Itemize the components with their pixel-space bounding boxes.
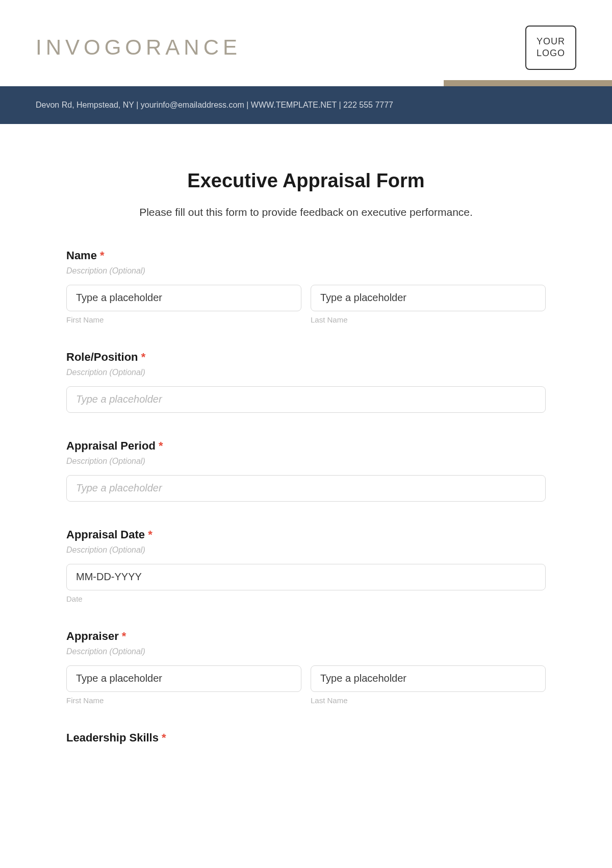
field-appraiser: Appraiser * Description (Optional) First… [66,630,546,705]
appraiser-label: Appraiser * [66,630,546,643]
field-period: Appraisal Period * Description (Optional… [66,439,546,502]
appraiser-description: Description (Optional) [66,647,546,656]
date-description: Description (Optional) [66,545,546,555]
leadership-label: Leadership Skills * [66,731,546,745]
field-name: Name * Description (Optional) First Name… [66,249,546,324]
appraiser-first-name-sublabel: First Name [66,696,301,705]
header-top: INVOGORANCE YOUR LOGO [0,0,612,80]
role-description: Description (Optional) [66,368,546,377]
last-name-input[interactable] [311,285,546,311]
form-title: Executive Appraisal Form [66,170,546,192]
date-input[interactable] [66,564,546,590]
field-date: Appraisal Date * Description (Optional) … [66,528,546,603]
role-label: Role/Position * [66,351,546,364]
accent-strip [0,80,612,86]
name-description: Description (Optional) [66,266,546,276]
form-subtitle: Please fill out this form to provide fee… [66,206,546,218]
field-leadership: Leadership Skills * [66,731,546,745]
info-bar: Devon Rd, Hempstead, NY | yourinfo@email… [0,86,612,124]
last-name-sublabel: Last Name [311,315,546,324]
role-input[interactable] [66,386,546,413]
date-sublabel: Date [66,594,546,603]
first-name-input[interactable] [66,285,301,311]
form-container: Executive Appraisal Form Please fill out… [0,124,612,791]
name-label: Name * [66,249,546,262]
logo-line-2: LOGO [537,47,565,59]
period-input[interactable] [66,475,546,502]
date-label: Appraisal Date * [66,528,546,541]
appraiser-last-name-input[interactable] [311,665,546,692]
appraiser-last-name-sublabel: Last Name [311,696,546,705]
brand-name: INVOGORANCE [36,35,241,60]
logo-line-1: YOUR [537,36,565,47]
period-label: Appraisal Period * [66,439,546,453]
first-name-sublabel: First Name [66,315,301,324]
appraiser-first-name-input[interactable] [66,665,301,692]
period-description: Description (Optional) [66,457,546,466]
logo-placeholder: YOUR LOGO [525,26,576,70]
field-role: Role/Position * Description (Optional) [66,351,546,413]
company-info: Devon Rd, Hempstead, NY | yourinfo@email… [36,101,393,109]
